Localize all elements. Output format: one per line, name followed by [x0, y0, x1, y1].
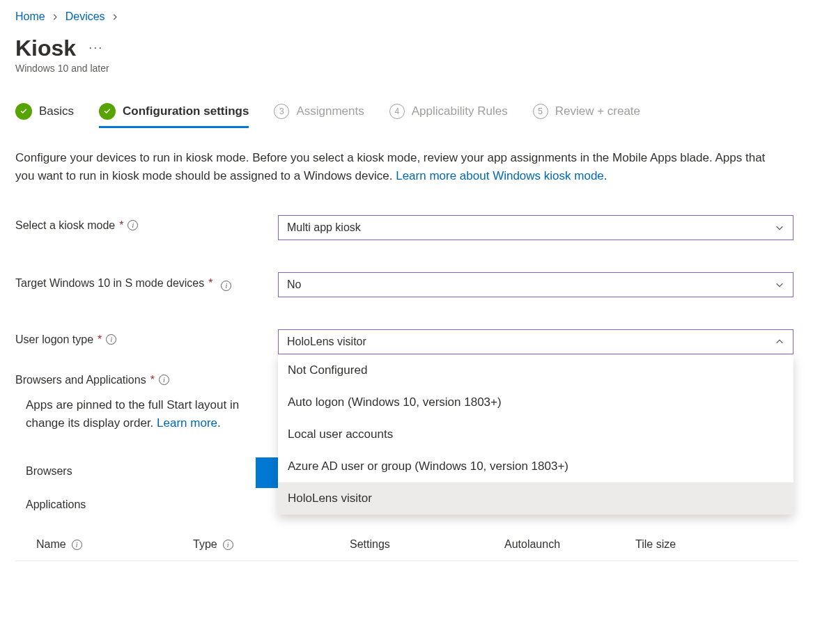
column-name[interactable]: Name i [36, 538, 193, 551]
chevron-down-icon [775, 280, 784, 290]
smode-select[interactable]: No [278, 272, 793, 297]
breadcrumb: Home Devices [15, 10, 798, 23]
tab-label: Configuration settings [123, 104, 249, 118]
tab-review-create[interactable]: 5 Review + create [533, 103, 640, 128]
label-text: User logon type [15, 333, 93, 346]
column-label: Name [36, 538, 66, 551]
required-asterisk: * [150, 374, 155, 386]
browsers-apps-label: Browsers and Applications * i [15, 374, 169, 386]
column-autolaunch[interactable]: Autolaunch [504, 538, 635, 551]
info-icon[interactable]: i [106, 334, 116, 345]
step-number-icon: 3 [274, 104, 289, 119]
tab-label: Basics [39, 104, 74, 118]
tab-configuration-settings[interactable]: Configuration settings [99, 103, 249, 128]
tab-description: Configure your devices to run in kiosk m… [15, 149, 782, 186]
page-title: Kiosk [15, 36, 76, 61]
check-icon [15, 103, 32, 120]
breadcrumb-devices[interactable]: Devices [65, 10, 105, 23]
logon-type-dropdown: Not Configured Auto logon (Windows 10, v… [278, 354, 793, 515]
column-settings[interactable]: Settings [350, 538, 504, 551]
required-asterisk: * [119, 219, 123, 232]
learn-more-link[interactable]: Learn more [157, 416, 217, 430]
info-icon[interactable]: i [221, 281, 231, 291]
learn-more-link[interactable]: Learn more about Windows kiosk mode [396, 169, 604, 182]
select-value: No [287, 278, 301, 291]
dropdown-option[interactable]: Azure AD user or group (Windows 10, vers… [278, 450, 793, 482]
desc-suffix: change its display order. [26, 416, 157, 430]
inner-tab-browsers[interactable]: Browsers [26, 456, 259, 487]
desc-prefix: Apps are pinned to the full Start layout… [26, 398, 239, 411]
breadcrumb-home[interactable]: Home [15, 10, 45, 23]
chevron-right-icon [112, 11, 118, 22]
select-value: HoloLens visitor [287, 336, 366, 348]
logon-type-select[interactable]: HoloLens visitor [278, 329, 793, 354]
step-number-icon: 4 [389, 104, 405, 119]
tab-label: Applicability Rules [412, 104, 508, 118]
required-asterisk: * [208, 277, 212, 290]
label-text: Target Windows 10 in S mode devices [15, 277, 204, 290]
column-label: Tile size [635, 538, 676, 551]
apps-table-header: Name i Type i Settings Autolaunch Tile s… [15, 528, 798, 561]
tab-assignments[interactable]: 3 Assignments [274, 103, 364, 128]
info-icon[interactable]: i [72, 540, 82, 550]
more-actions-icon[interactable]: ··· [88, 40, 103, 55]
info-icon[interactable]: i [127, 220, 138, 230]
chevron-right-icon [52, 11, 59, 22]
tab-label: Assignments [296, 104, 364, 118]
check-icon [99, 103, 116, 120]
smode-label: Target Windows 10 in S mode devices * i [15, 276, 231, 291]
page-subtitle: Windows 10 and later [15, 63, 798, 74]
kiosk-mode-select[interactable]: Multi app kiosk [278, 215, 793, 240]
dropdown-option[interactable]: Auto logon (Windows 10, version 1803+) [278, 386, 793, 418]
column-type[interactable]: Type i [193, 538, 350, 551]
kiosk-mode-label: Select a kiosk mode * i [15, 219, 138, 232]
column-label: Type [193, 538, 217, 551]
label-text: Browsers and Applications [15, 374, 146, 386]
wizard-tabs: Basics Configuration settings 3 Assignme… [15, 103, 798, 128]
chevron-up-icon [775, 337, 784, 347]
chevron-down-icon [775, 223, 784, 233]
description-text: Configure your devices to run in kiosk m… [15, 151, 765, 182]
tab-applicability-rules[interactable]: 4 Applicability Rules [389, 103, 508, 128]
inner-tab-applications[interactable]: Applications [26, 489, 259, 520]
dropdown-option[interactable]: HoloLens visitor [278, 482, 793, 515]
tab-basics[interactable]: Basics [15, 103, 74, 128]
active-tab-indicator [256, 457, 278, 488]
column-label: Settings [350, 538, 390, 551]
dropdown-option[interactable]: Local user accounts [278, 418, 793, 450]
info-icon[interactable]: i [223, 540, 233, 550]
select-value: Multi app kiosk [287, 221, 361, 234]
info-icon[interactable]: i [159, 375, 169, 385]
label-text: Select a kiosk mode [15, 219, 115, 232]
step-number-icon: 5 [533, 104, 548, 119]
required-asterisk: * [98, 333, 102, 346]
column-tile-size[interactable]: Tile size [635, 538, 798, 551]
column-label: Autolaunch [504, 538, 560, 551]
period: . [217, 416, 221, 430]
tab-label: Review + create [555, 104, 640, 118]
dropdown-option[interactable]: Not Configured [278, 354, 793, 386]
logon-type-label: User logon type * i [15, 333, 116, 346]
period: . [604, 169, 607, 182]
